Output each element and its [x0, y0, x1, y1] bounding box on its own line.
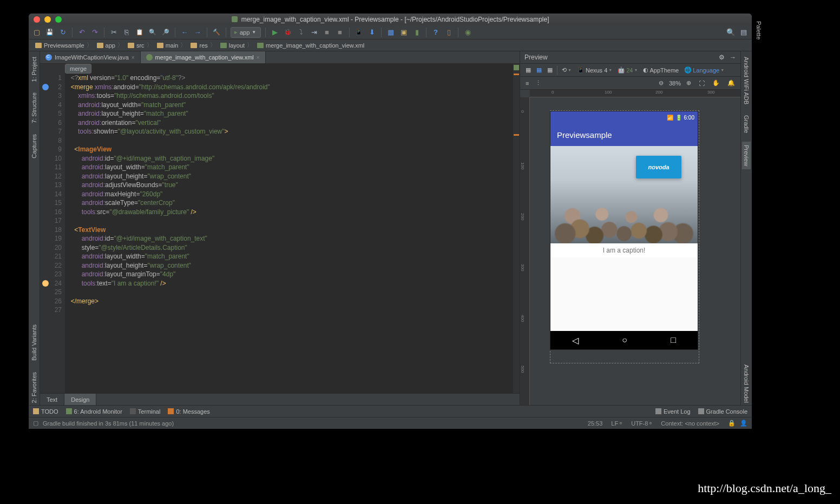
recents-icon[interactable]: □: [671, 335, 676, 345]
run-with-coverage-button[interactable]: [296, 28, 306, 37]
tool-window-gradle-console[interactable]: Gradle Console: [698, 408, 747, 415]
attach-debugger-button[interactable]: ⇥: [309, 28, 319, 37]
nav-back-button[interactable]: [180, 28, 189, 37]
separator: [72, 28, 73, 37]
cursor-position[interactable]: 25:53: [588, 420, 603, 427]
redo-button[interactable]: [90, 28, 100, 37]
tool-window-event-log[interactable]: Event Log: [655, 408, 691, 415]
close-tab-icon[interactable]: ×: [257, 55, 260, 61]
editor-tab-xml[interactable]: merge_image_with_caption_view.xml ×: [141, 51, 266, 63]
undo-button[interactable]: [77, 28, 87, 37]
both-button[interactable]: ▦: [545, 65, 555, 75]
tool-window-captures[interactable]: Captures: [31, 132, 37, 161]
zoom-in-button[interactable]: ⊕: [684, 78, 693, 88]
file-encoding-dd[interactable]: ≑: [649, 421, 652, 426]
toggle-component-tree-button[interactable]: ≡: [523, 78, 531, 88]
android-icon[interactable]: ◉: [463, 28, 472, 37]
palette-label[interactable]: Palette: [756, 19, 762, 42]
device-preview[interactable]: 📶 🔋 6:00 Previewsample novoda I am a cap…: [550, 111, 698, 349]
home-icon[interactable]: ○: [622, 335, 627, 345]
gear-icon[interactable]: ⚙: [719, 54, 725, 61]
device-button[interactable]: ▯: [444, 28, 454, 37]
search-everywhere-button[interactable]: 🔍: [726, 28, 736, 37]
theme-selector[interactable]: ◐AppTheme: [641, 65, 681, 75]
tool-window-gradle[interactable]: Gradle: [743, 113, 750, 135]
tool-window-build-variants[interactable]: Build Variants: [31, 322, 37, 363]
hector-icon[interactable]: 👤: [740, 420, 747, 427]
zoom-out-button[interactable]: ⊖: [657, 78, 666, 88]
tool-window-project[interactable]: 1: Project: [31, 55, 37, 84]
design-surface-button[interactable]: ▦: [523, 65, 533, 75]
save-button[interactable]: [45, 28, 55, 37]
tool-window-todo[interactable]: TODO: [33, 408, 58, 415]
device-selector[interactable]: 📱Nexus 4▼: [575, 65, 614, 75]
pan-button[interactable]: ✋: [710, 78, 722, 88]
line-separator[interactable]: LF: [611, 420, 618, 427]
minimize-window-button[interactable]: [44, 16, 51, 23]
editor-tab-java[interactable]: ImageWithCaptionView.java ×: [40, 51, 141, 63]
help-button[interactable]: [431, 28, 441, 37]
back-icon[interactable]: ◁: [572, 335, 579, 346]
open-button[interactable]: [32, 28, 42, 37]
toggle-properties-button[interactable]: ⋮: [533, 78, 543, 88]
sync-button[interactable]: [58, 28, 68, 37]
breadcrumb[interactable]: app〉: [95, 41, 126, 49]
tool-window-android-monitor[interactable]: 6: Android Monitor: [66, 408, 122, 415]
tool-window-android-model[interactable]: Android Model: [743, 362, 750, 405]
run-button[interactable]: [270, 28, 280, 37]
tool-window-structure[interactable]: 7: Structure: [31, 90, 37, 125]
tool-window-wifi-adb[interactable]: Android WiFi ADB: [743, 55, 750, 107]
close-tab-icon[interactable]: ×: [132, 55, 135, 61]
paste-button[interactable]: [135, 28, 145, 37]
copy-button[interactable]: [122, 28, 132, 37]
breadcrumb[interactable]: main〉: [155, 41, 189, 49]
tool-window-favorites[interactable]: 2: Favorites: [31, 370, 37, 405]
run-configuration-selector[interactable]: ▸ app ▼: [231, 27, 261, 38]
zoom-fit-button[interactable]: ⛶: [697, 78, 707, 88]
warning-marker[interactable]: [514, 74, 519, 75]
preview-canvas[interactable]: 0 100 200 300 0 100 200 300 400 500 📶: [520, 90, 740, 405]
code-text[interactable]: <?xml version="1.0" encoding="utf-8"?> <…: [65, 64, 513, 393]
avd-manager-button[interactable]: [354, 28, 364, 37]
breadcrumb[interactable]: layout〉: [218, 41, 255, 49]
cut-button[interactable]: [109, 28, 119, 37]
breadcrumb[interactable]: Previewsample〉: [33, 41, 95, 49]
tool-window-terminal[interactable]: Terminal: [130, 408, 161, 415]
designer-tab-design[interactable]: Design: [64, 394, 96, 405]
error-stripe[interactable]: [513, 64, 520, 393]
breadcrumb[interactable]: src〉: [126, 41, 155, 49]
sdk-manager-button[interactable]: [367, 28, 377, 37]
android-monitor-button[interactable]: ▮: [412, 28, 422, 37]
stop-all-button[interactable]: ■: [335, 28, 345, 37]
tool-window-messages[interactable]: 0: Messages: [168, 408, 209, 415]
code-editor[interactable]: merge 1234567891011121314151617181920212…: [40, 64, 520, 393]
make-project-button[interactable]: [212, 28, 221, 37]
breadcrumb[interactable]: res〉: [188, 41, 218, 49]
orientation-button[interactable]: ⟲▼: [560, 65, 574, 75]
settings-button[interactable]: ▤: [739, 28, 749, 37]
replace-button[interactable]: [161, 28, 170, 37]
stop-button[interactable]: ■: [322, 28, 332, 37]
notifications-button[interactable]: 🔔: [725, 78, 737, 88]
find-button[interactable]: [148, 28, 158, 37]
language-selector[interactable]: 🌐Language▼: [682, 65, 726, 75]
debug-button[interactable]: [283, 28, 293, 37]
file-encoding[interactable]: UTF-8: [631, 420, 648, 427]
breadcrumb[interactable]: merge_image_with_caption_view.xml: [255, 42, 366, 49]
layout-inspector-button[interactable]: ▦: [386, 28, 396, 37]
tool-window-preview[interactable]: Preview: [742, 142, 751, 169]
designer-tab-text[interactable]: Text: [40, 394, 64, 405]
android-app-bar: Previewsample: [550, 123, 698, 146]
close-window-button[interactable]: [34, 16, 40, 23]
status-bar-icon[interactable]: ▢: [33, 420, 38, 427]
theme-editor-button[interactable]: ▣: [399, 28, 409, 37]
nav-forward-button[interactable]: [193, 28, 202, 37]
api-selector[interactable]: 🤖24▼: [615, 65, 640, 75]
context-indicator[interactable]: Context: <no context>: [661, 420, 719, 427]
hide-icon[interactable]: →: [730, 54, 736, 61]
line-separator-dd[interactable]: ≑: [619, 421, 622, 426]
warning-marker[interactable]: [514, 134, 519, 136]
zoom-window-button[interactable]: [55, 16, 62, 23]
blueprint-button[interactable]: ▦: [534, 65, 544, 75]
lock-icon[interactable]: 🔒: [728, 420, 736, 427]
